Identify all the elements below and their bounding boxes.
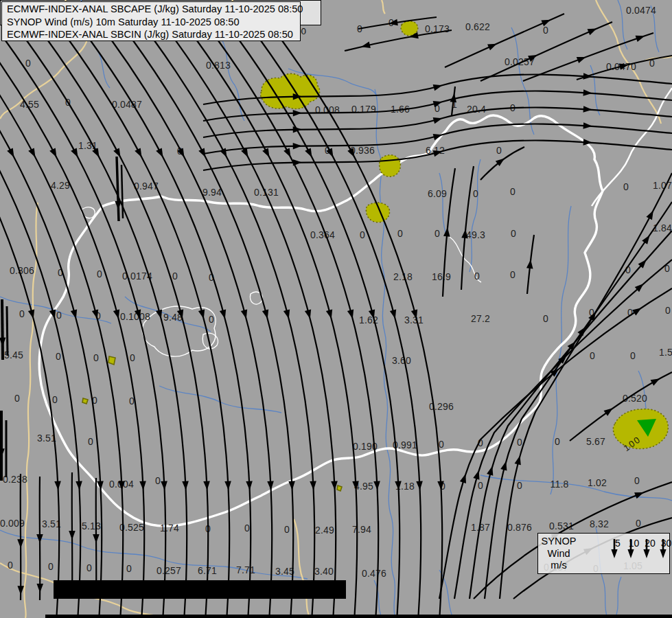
flow-arrowhead — [433, 132, 443, 141]
wind-legend-arrows: 510203050100 — [577, 535, 668, 573]
flow-arrowhead — [310, 481, 316, 490]
flow-arrowhead — [93, 534, 100, 543]
streamline — [117, 157, 119, 221]
wind-arrow-icon — [626, 537, 636, 559]
flow-arrowhead — [390, 310, 399, 320]
flow-arrowhead — [293, 110, 302, 117]
streamline — [443, 168, 455, 297]
map-bottom-frame — [45, 615, 672, 618]
streamline — [152, 38, 314, 618]
flow-arrowhead — [182, 481, 189, 490]
flow-arrowhead — [326, 310, 335, 320]
flow-arrowhead — [54, 481, 61, 490]
flow-arrowhead — [71, 310, 80, 320]
flow-arrowhead — [634, 490, 645, 499]
flow-arrowhead — [411, 310, 420, 320]
streamline — [174, 38, 336, 618]
flow-arrowhead — [262, 148, 273, 159]
flow-arrowhead — [305, 310, 314, 320]
flow-arrowhead — [528, 52, 539, 62]
flow-arrowhead — [97, 481, 104, 490]
flow-arrowhead — [283, 310, 292, 320]
flow-arrowhead — [437, 481, 444, 490]
flow-arrowhead — [577, 54, 588, 63]
flow-arrowhead — [241, 310, 250, 320]
flow-arrowhead — [288, 481, 295, 490]
wind-legend-item: 5 — [610, 537, 626, 549]
flow-arrowhead — [224, 481, 231, 490]
flow-arrowhead — [583, 122, 593, 129]
flow-arrowhead — [135, 148, 145, 159]
flow-arrowhead — [461, 229, 469, 238]
streamline — [203, 124, 672, 154]
flow-arrowhead — [369, 310, 378, 320]
flow-arrowhead — [177, 310, 186, 320]
flow-arrowhead — [92, 310, 101, 320]
flow-arrowhead — [352, 481, 359, 490]
flow-arrowhead — [7, 148, 17, 159]
flow-arrowhead — [305, 148, 315, 159]
flow-arrowhead — [583, 89, 593, 96]
streamline — [0, 38, 102, 618]
streamline — [216, 38, 378, 618]
streamline — [2, 299, 3, 360]
flow-arrowhead — [139, 481, 146, 490]
flow-arrowhead — [326, 148, 336, 159]
streamline — [121, 165, 123, 218]
flow-arrowhead — [135, 310, 143, 320]
flow-arrowhead — [92, 148, 102, 159]
flow-arrowhead — [347, 148, 358, 159]
streamline — [67, 38, 229, 618]
flow-arrowhead — [487, 41, 498, 50]
flow-arrowhead — [76, 481, 82, 490]
flow-arrowhead — [487, 466, 496, 476]
streamline — [480, 147, 524, 180]
streamline — [259, 38, 421, 618]
flow-arrowhead — [526, 259, 534, 268]
streamline — [21, 474, 21, 600]
streamline — [461, 166, 474, 290]
flow-arrowhead — [0, 338, 6, 347]
flow-arrowhead — [220, 310, 229, 320]
flow-arrowhead — [395, 481, 402, 490]
streamline — [570, 372, 672, 441]
flow-arrowhead — [636, 33, 646, 42]
wind-legend-item: 10 — [626, 537, 642, 549]
wind-legend-panel: SYNOP Wind m/s 510203050100 — [537, 533, 670, 574]
map-title-panel: ECMWF-INDEX-ANAL SBCAPE (J/kg) Saturday … — [1, 1, 301, 41]
flow-arrowhead — [28, 310, 37, 320]
dense-streamline-band — [54, 580, 346, 599]
flow-arrowhead — [36, 584, 43, 593]
streamline — [89, 38, 251, 618]
flow-arrowhead — [198, 310, 207, 320]
flow-arrowhead — [373, 481, 380, 490]
streamline — [7, 306, 8, 356]
flow-arrowhead — [177, 148, 187, 159]
flow-arrowhead — [241, 148, 251, 159]
flow-arrowhead — [161, 481, 167, 490]
flow-arrowhead — [113, 148, 124, 159]
flow-arrowhead — [416, 481, 423, 490]
flow-arrowhead — [113, 310, 122, 320]
flow-arrowhead — [646, 209, 656, 220]
wind-arrow-icon — [658, 537, 668, 559]
streamline — [280, 38, 442, 618]
flow-arrowhead — [583, 106, 593, 113]
flow-arrowhead — [17, 586, 24, 595]
flow-arrowhead — [632, 305, 643, 315]
flow-arrowhead — [500, 460, 509, 470]
flow-arrowhead — [583, 139, 593, 146]
flow-arrowhead — [118, 481, 125, 490]
flow-arrowhead — [460, 473, 469, 483]
streamline — [110, 38, 272, 618]
flow-arrowhead — [156, 310, 165, 320]
flow-arrowhead — [515, 455, 524, 465]
streamline — [523, 33, 653, 81]
flow-arrowhead — [156, 148, 166, 159]
streamlines — [0, 14, 672, 618]
flow-arrowhead — [293, 143, 302, 150]
streamline — [0, 38, 59, 618]
flow-arrowhead — [331, 481, 338, 490]
flow-arrowhead — [28, 148, 38, 159]
flow-arrowhead — [433, 115, 443, 124]
